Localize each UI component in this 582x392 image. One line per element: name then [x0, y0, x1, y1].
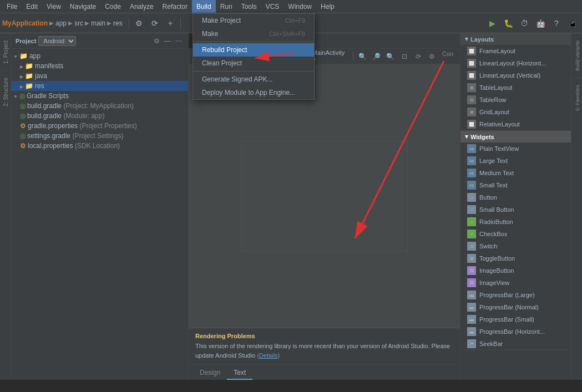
palette-section-layouts-header[interactable]: ▾ Layouts	[460, 33, 571, 45]
imageview-label: ImageView	[479, 279, 509, 286]
palette-item-seekbar[interactable]: ⊢ SeekBar	[460, 338, 571, 350]
palette-item-smalltext[interactable]: Ab Small Text	[460, 179, 571, 191]
gridlayout-icon: ⊞	[467, 108, 476, 116]
palette-item-linearlayout-v[interactable]: ⬜ LinearLayout (Vertical)	[460, 69, 571, 82]
toolbar-android-btn[interactable]: 🤖	[533, 16, 548, 30]
layout-canvas[interactable]	[189, 64, 460, 328]
props-file-icon-2: ⚙	[20, 142, 26, 150]
palette-item-imageview[interactable]: 🖼 ImageView	[460, 277, 571, 289]
panel-more-btn[interactable]: ⋯	[174, 36, 184, 46]
build-menu-deploy[interactable]: Deploy Module to App Engine...	[193, 86, 314, 99]
palette-item-tablelayout[interactable]: ⊞ TableLayout	[460, 82, 571, 94]
imagebutton-icon: 🖼	[467, 266, 476, 275]
zoom-out-btn[interactable]: 🔍	[384, 50, 397, 63]
right-tab-favorites[interactable]: 6: Favorites	[571, 78, 582, 118]
palette-item-progressbar-horiz[interactable]: ▬ ProgressBar (Horizont...	[460, 325, 571, 338]
panel-settings-btn[interactable]: ⚙	[151, 36, 161, 46]
seekbar-label: SeekBar	[479, 340, 503, 347]
palette-item-progressbar-large[interactable]: ▬ ProgressBar (Large)	[460, 289, 571, 301]
build-dropdown-menu[interactable]: Make Project Ctrl+F9 Make Ctrl+Shift+F9 …	[193, 13, 315, 100]
tab-design[interactable]: Design	[193, 366, 227, 380]
menu-tools[interactable]: Tools	[237, 0, 261, 13]
palette-section-widgets-header[interactable]: ▾ Widgets	[460, 131, 571, 142]
palette-item-radiobutton[interactable]: ○ RadioButton	[460, 216, 571, 228]
menu-vcs[interactable]: VCS	[261, 0, 284, 13]
palette-item-button[interactable]: □ Button	[460, 191, 571, 203]
gridlayout-label: GridLayout	[479, 109, 509, 115]
palette-item-tablerow[interactable]: ⊟ TableRow	[460, 94, 571, 106]
menu-refactor[interactable]: Refactor	[158, 0, 192, 13]
progressbar-normal-label: ProgressBar (Normal)	[479, 304, 539, 310]
panel-icon-group: ⚙ — ⋯	[151, 36, 184, 46]
tree-item-build-gradle-mod[interactable]: ◎ build.gradle (Module: app)	[11, 111, 188, 121]
tree-item-gradle-scripts[interactable]: ◎ Gradle Scripts	[11, 91, 188, 101]
palette-item-linearlayout-h[interactable]: ⬜ LinearLayout (Horizont...	[460, 57, 571, 69]
toolbar-plus-btn[interactable]: ＋	[163, 16, 178, 30]
sidebar-tab-project[interactable]: 1: Project	[0, 33, 11, 70]
tree-item-gradle-props[interactable]: ⚙ gradle.properties (Project Properties)	[11, 121, 188, 131]
project-panel: Project Android Project ⚙ — ⋯ 📁 app	[11, 33, 189, 380]
build-menu-rebuild[interactable]: Rebuild Project	[193, 43, 314, 57]
build-menu-make-project[interactable]: Make Project Ctrl+F9	[193, 14, 314, 27]
menu-edit[interactable]: Edit	[22, 0, 42, 13]
project-view-dropdown[interactable]: Android Project	[38, 36, 76, 46]
palette-item-framelayout[interactable]: ⬜ FrameLayout	[460, 45, 571, 57]
palette-item-relativelayout[interactable]: ⬜ RelativeLayout	[460, 118, 571, 130]
menu-code[interactable]: Code	[100, 0, 125, 13]
palette-item-mediumtext[interactable]: Ab Medium Text	[460, 167, 571, 179]
palette-item-togglebutton[interactable]: ⊠ ToggleButton	[460, 252, 571, 264]
toolbar-debug-btn[interactable]: 🐛	[501, 16, 515, 30]
panel-collapse-btn[interactable]: —	[163, 36, 173, 46]
toolbar-sync-btn[interactable]: ⟳	[148, 16, 162, 30]
tree-item-app[interactable]: 📁 app	[11, 51, 188, 61]
progressbar-horiz-icon: ▬	[467, 327, 476, 336]
tablelayout-icon: ⊞	[467, 83, 476, 92]
refresh-btn[interactable]: ⟳	[412, 50, 424, 63]
tree-item-java[interactable]: 📁 java	[11, 71, 188, 81]
folder-icon-java: 📁	[25, 72, 33, 80]
zoom-in-btn[interactable]: 🔍	[357, 50, 369, 63]
palette-item-largetext[interactable]: Ab Large Text	[460, 155, 571, 167]
smallbutton-icon: □	[467, 205, 476, 214]
tree-arrow-res	[20, 82, 23, 90]
build-menu-clean[interactable]: Clean Project	[193, 57, 314, 70]
build-menu-generate-signed[interactable]: Generate Signed APK...	[193, 73, 314, 86]
tab-text[interactable]: Text	[227, 366, 252, 380]
sidebar-tab-structure[interactable]: 2: Structure	[0, 70, 11, 113]
rendering-problems-link[interactable]: (Details)	[257, 352, 280, 359]
tree-item-res[interactable]: 📁 res	[11, 81, 188, 91]
menu-run[interactable]: Run	[216, 0, 237, 13]
palette-item-gridlayout[interactable]: ⊞ GridLayout	[460, 106, 571, 118]
palette-item-progressbar-normal[interactable]: ▬ ProgressBar (Normal)	[460, 301, 571, 313]
build-menu-make[interactable]: Make Ctrl+Shift+F9	[193, 27, 314, 40]
palette-item-switch[interactable]: ⊡ Switch	[460, 240, 571, 252]
progressbar-large-icon: ▬	[467, 291, 476, 299]
palette-item-checkbox[interactable]: ✓ CheckBox	[460, 228, 571, 240]
settings-render-btn[interactable]: ⚙	[426, 50, 438, 63]
right-tab-build-variants[interactable]: Build Variants	[571, 33, 582, 78]
tree-item-settings-gradle[interactable]: ◎ settings.gradle (Project Settings)	[11, 131, 188, 141]
toolbar-device-btn[interactable]: 📱	[565, 16, 580, 30]
menu-navigate[interactable]: Navigate	[65, 0, 100, 13]
menu-view[interactable]: View	[42, 0, 65, 13]
toolbar-run-btn[interactable]: ▶	[485, 16, 499, 30]
menu-file[interactable]: File	[2, 0, 22, 13]
palette-item-smallbutton[interactable]: □ Small Button	[460, 203, 571, 216]
menu-analyze[interactable]: Analyze	[125, 0, 158, 13]
tree-item-build-gradle-proj[interactable]: ◎ build.gradle (Project: MyApplication)	[11, 101, 188, 111]
framelayout-label: FrameLayout	[479, 48, 515, 54]
toolbar-settings-btn[interactable]: ⚙	[132, 16, 146, 30]
menu-window[interactable]: Window	[284, 0, 316, 13]
palette-item-imagebutton[interactable]: 🖼 ImageButton	[460, 264, 571, 277]
tree-item-manifests[interactable]: 📁 manifests	[11, 61, 188, 71]
palette-item-plaintextview[interactable]: Ab Plain TextView	[460, 142, 571, 155]
zoom-in-btn2[interactable]: 🔎	[371, 50, 383, 63]
tree-item-local-props[interactable]: ⚙ local.properties (SDK Location)	[11, 141, 188, 151]
menu-help[interactable]: Help	[316, 0, 339, 13]
tree-arrow-manifests	[20, 62, 23, 70]
zoom-reset-btn[interactable]: ⊡	[398, 50, 411, 63]
palette-item-progressbar-small[interactable]: ▬ ProgressBar (Small)	[460, 313, 571, 325]
toolbar-profile-btn[interactable]: ⏱	[517, 16, 532, 30]
toolbar-help-btn[interactable]: ?	[549, 16, 564, 30]
menu-build[interactable]: Build	[192, 0, 216, 13]
